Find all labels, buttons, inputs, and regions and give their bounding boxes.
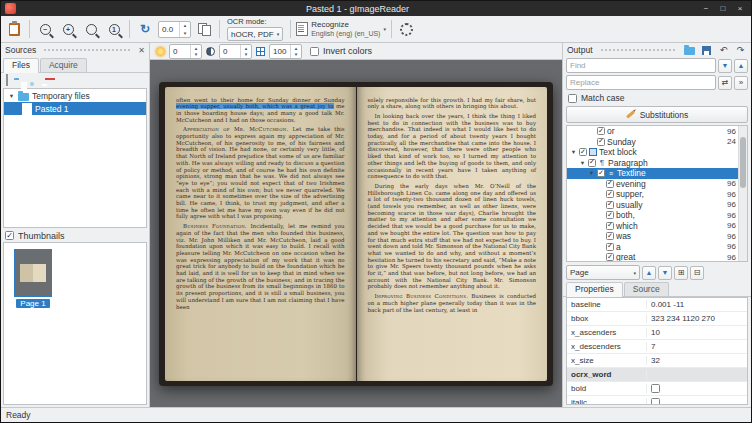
close-button[interactable]: × xyxy=(735,4,745,13)
tab-properties[interactable]: Properties xyxy=(566,282,623,297)
spin-down-icon[interactable]: ▾ xyxy=(180,29,190,37)
recognize-language-label: English (eng) (en_US) xyxy=(311,30,380,38)
tree-row-temporary-files[interactable]: ▼ Temporary files xyxy=(4,89,146,102)
thumbnails-header: Thumbnails xyxy=(1,229,149,242)
sources-file-tree[interactable]: ▼ Temporary files Pasted 1 xyxy=(3,88,147,228)
recognize-button[interactable]: Recognize English (eng) (en_US) ▾ xyxy=(296,18,386,40)
hocr-tree-row[interactable]: Sunday24 xyxy=(567,137,738,148)
book-paragraph: During the early days when Mr. O’Neill o… xyxy=(368,183,537,290)
item-checkbox[interactable] xyxy=(588,159,596,167)
image-canvas[interactable]: often went to their home for Sunday dinn… xyxy=(150,60,562,407)
find-next-button[interactable]: ▼ xyxy=(718,59,732,73)
property-checkbox[interactable] xyxy=(651,384,660,393)
tree-scrollbar[interactable] xyxy=(738,126,747,261)
hocr-tree-row[interactable]: usually96 xyxy=(567,200,738,211)
item-checkbox[interactable] xyxy=(606,211,614,219)
find-input[interactable] xyxy=(566,58,716,73)
book-image: often went to their home for Sunday dinn… xyxy=(159,82,553,386)
item-checkbox[interactable] xyxy=(597,169,605,177)
item-label: great xyxy=(616,252,635,262)
hocr-tree-row[interactable]: supper,96 xyxy=(567,189,738,200)
invert-colors-checkbox[interactable] xyxy=(310,47,319,56)
tab-source[interactable]: Source xyxy=(624,282,669,296)
open-output-button[interactable] xyxy=(683,44,696,56)
hocr-tree-row[interactable]: both,96 xyxy=(567,210,738,221)
nav-down-button[interactable]: ▼ xyxy=(658,266,672,280)
hocr-tree-row[interactable]: which96 xyxy=(567,221,738,232)
item-checkbox[interactable] xyxy=(606,232,614,240)
nav-up-button[interactable]: ▲ xyxy=(642,266,656,280)
page-layout-button[interactable] xyxy=(194,18,214,40)
tree-scrollbar-thumb[interactable] xyxy=(740,137,746,188)
substitutions-button[interactable]: Substitutions xyxy=(566,106,748,123)
main-toolbar: − + 1 ↻ 0.0 ▴▾ OCR mode: hOCR, PDF ▾ Rec… xyxy=(1,16,751,43)
item-checkbox[interactable] xyxy=(579,148,587,156)
hocr-tree-row[interactable]: was96 xyxy=(567,231,738,242)
item-checkbox[interactable] xyxy=(606,222,614,230)
tab-files[interactable]: Files xyxy=(3,58,39,73)
resolution-spinbox[interactable]: 100 ▴▾ xyxy=(269,44,302,59)
expand-all-button[interactable]: ⊞ xyxy=(674,266,688,280)
expander-icon[interactable]: ▼ xyxy=(8,93,15,99)
replace-input[interactable] xyxy=(566,75,716,90)
contrast-spinbox[interactable]: 0 ▴▾ xyxy=(219,44,252,59)
item-checkbox[interactable] xyxy=(606,201,614,209)
zoom-fit-button[interactable] xyxy=(81,18,101,40)
spin-up-icon[interactable]: ▴ xyxy=(180,22,190,30)
add-images-button[interactable] xyxy=(6,75,8,85)
spin-down-icon[interactable]: ▾ xyxy=(291,51,301,58)
match-case-checkbox[interactable] xyxy=(568,94,577,103)
find-prev-button[interactable]: ▲ xyxy=(734,59,748,73)
hocr-tree[interactable]: or96Sunday24▼Text block▼¶Paragraph▼≡Text… xyxy=(566,125,748,262)
item-checkbox[interactable] xyxy=(606,180,614,188)
panel-drag-handle[interactable] xyxy=(44,49,130,51)
redo-button[interactable]: ↷ xyxy=(734,44,747,56)
tab-acquire[interactable]: Acquire xyxy=(40,58,87,72)
item-checkbox[interactable] xyxy=(606,243,614,251)
thumbnails-area[interactable]: Page 1 xyxy=(3,242,147,405)
collapse-all-button[interactable]: ⊟ xyxy=(690,266,704,280)
hocr-tree-row[interactable]: evening96 xyxy=(567,179,738,190)
hocr-tree-row[interactable]: or96 xyxy=(567,126,738,137)
property-row: x_descenders7 xyxy=(567,340,747,354)
hocr-tree-row[interactable]: a96 xyxy=(567,242,738,253)
rotate-button[interactable]: ↻ xyxy=(135,18,155,40)
expander-icon[interactable]: ▼ xyxy=(588,170,595,176)
page-thumbnail[interactable]: Page 1 xyxy=(11,249,55,308)
close-panel-icon[interactable]: ✕ xyxy=(138,46,145,55)
item-checkbox[interactable] xyxy=(606,190,614,198)
property-name: ocrx_word xyxy=(567,370,647,379)
minimize-button[interactable]: − xyxy=(701,4,711,13)
brightness-spinbox[interactable]: 0 ▴▾ xyxy=(169,44,202,59)
panel-drag-handle[interactable] xyxy=(601,49,675,51)
ocr-mode-combobox[interactable]: hOCR, PDF ▾ xyxy=(227,27,283,41)
expander-icon[interactable]: ▼ xyxy=(570,149,577,155)
rotation-angle-spinbox[interactable]: 0.0 ▴▾ xyxy=(158,21,191,38)
settings-button[interactable] xyxy=(397,18,417,40)
item-checkbox[interactable] xyxy=(597,127,605,135)
maximize-button[interactable]: □ xyxy=(718,4,728,13)
spin-down-icon[interactable]: ▾ xyxy=(191,51,201,58)
hocr-tree-row[interactable]: ▼≡Textline xyxy=(567,168,738,179)
spin-down-icon[interactable]: ▾ xyxy=(241,51,251,58)
hocr-tree-row[interactable]: great96 xyxy=(567,252,738,262)
zoom-out-button[interactable]: − xyxy=(35,18,55,40)
undo-button[interactable]: ↶ xyxy=(717,44,730,56)
thumbnails-checkbox[interactable] xyxy=(5,231,14,240)
brightness-value: 0 xyxy=(170,45,190,58)
replace-button[interactable]: ⇄ xyxy=(718,76,732,90)
item-checkbox[interactable] xyxy=(606,253,614,261)
expander-icon[interactable]: ▼ xyxy=(579,160,586,166)
save-output-button[interactable] xyxy=(700,44,713,56)
hocr-tree-row[interactable]: ▼¶Paragraph xyxy=(567,158,738,169)
zoom-original-button[interactable]: 1 xyxy=(104,18,124,40)
property-checkbox[interactable] xyxy=(651,398,660,405)
book-paragraph: In looking back over the years, I think … xyxy=(368,113,537,180)
zoom-in-button[interactable]: + xyxy=(58,18,78,40)
hocr-tree-row[interactable]: ▼Text block xyxy=(567,147,738,158)
tree-row-pasted-1[interactable]: Pasted 1 xyxy=(4,102,146,115)
item-checkbox[interactable] xyxy=(597,138,605,146)
paste-button[interactable] xyxy=(4,18,24,40)
navigation-target-combobox[interactable]: Page ▾ xyxy=(566,265,640,280)
replace-all-button[interactable]: » xyxy=(734,76,748,90)
